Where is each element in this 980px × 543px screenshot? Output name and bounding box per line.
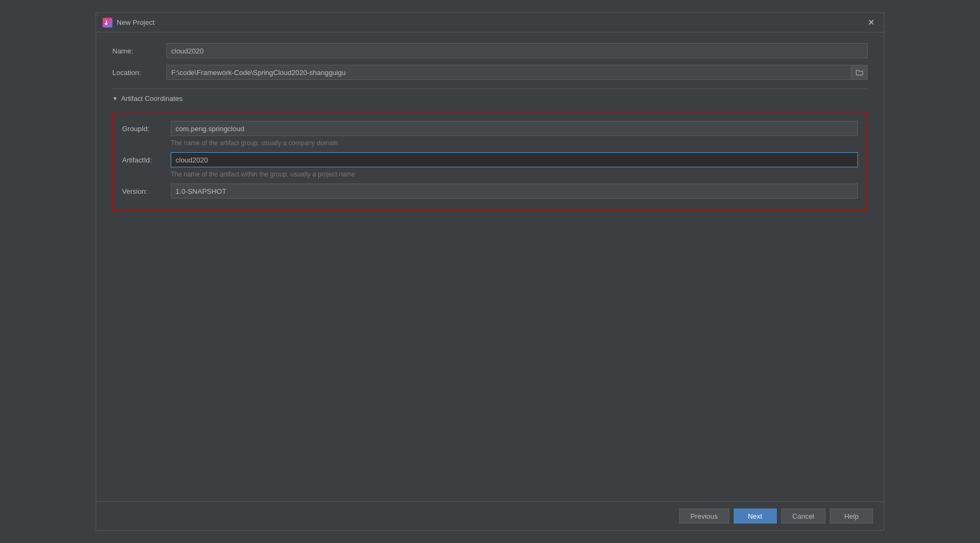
title-bar: New Project ✕ [96,13,884,32]
dialog-footer: Previous Next Cancel Help [96,501,884,530]
version-input[interactable] [171,184,858,199]
groupid-label: GroupId: [122,125,171,133]
artifact-section-header: ▼ Artifact Coordinates [112,94,868,105]
name-row: Name: [112,43,868,58]
artifactid-hint: The name of the artifact within the grou… [171,171,858,178]
cancel-button[interactable]: Cancel [781,508,825,524]
app-icon [103,18,112,28]
folder-icon [856,69,863,76]
chevron-icon: ▼ [112,96,118,101]
artifact-coordinates-section: GroupId: The name of the artifact group,… [112,111,868,212]
help-button[interactable]: Help [830,508,873,524]
separator [112,89,868,89]
groupid-input[interactable] [171,121,858,136]
next-button[interactable]: Next [734,508,777,524]
name-input[interactable] [166,43,868,58]
browse-button[interactable] [851,65,868,80]
svg-rect-4 [108,24,110,25]
version-label: Version: [122,187,171,195]
artifactid-row: ArtifactId: [122,152,858,167]
previous-button[interactable]: Previous [679,508,729,524]
location-label: Location: [112,69,166,77]
name-label: Name: [112,47,166,55]
artifact-section-title: Artifact Coordinates [121,94,183,103]
title-bar-left: New Project [103,18,155,28]
svg-rect-3 [109,21,110,25]
artifactid-input[interactable] [171,152,858,167]
svg-rect-1 [106,21,107,25]
dialog-content: Name: Location: ▼ Artifact Coordinates G… [96,32,884,501]
new-project-dialog: New Project ✕ Name: Location: ▼ Artifact… [96,12,884,531]
version-row: Version: [122,184,858,199]
groupid-row: GroupId: [122,121,858,136]
artifactid-label: ArtifactId: [122,156,171,164]
dialog-title: New Project [117,18,155,26]
location-input[interactable] [166,65,851,80]
close-button[interactable]: ✕ [864,16,877,29]
groupid-hint: The name of the artifact group, usually … [171,139,858,147]
location-row: Location: [112,65,868,80]
